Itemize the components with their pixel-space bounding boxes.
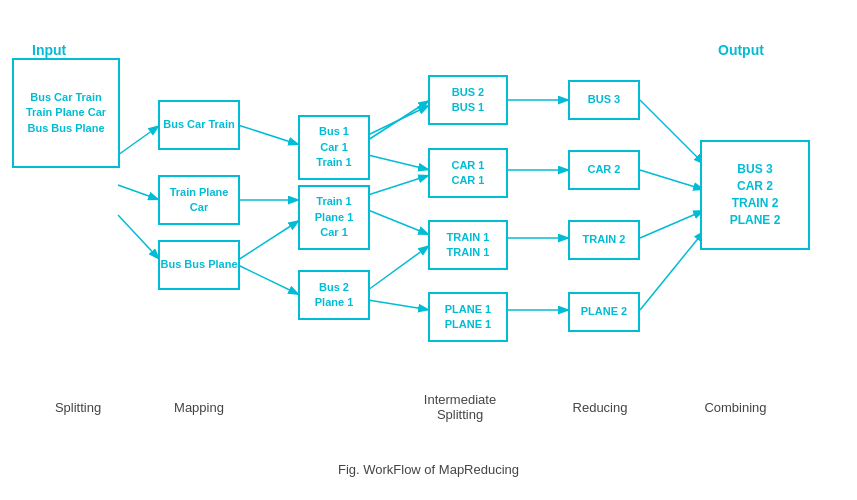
svg-line-6 — [238, 220, 300, 260]
map3-box: Bus Bus Plane — [158, 240, 240, 290]
inter1-box: BUS 2BUS 1 — [428, 75, 508, 125]
splitting-label: Splitting — [38, 400, 118, 415]
svg-line-9 — [368, 155, 430, 170]
svg-line-14 — [368, 100, 430, 140]
output-box: BUS 3CAR 2TRAIN 2PLANE 2 — [700, 140, 810, 250]
svg-line-3 — [118, 215, 160, 260]
combining-label: Combining — [688, 400, 783, 415]
svg-line-1 — [118, 125, 160, 155]
input-label: Input — [32, 42, 66, 58]
reduce4-box: PLANE 2 — [568, 292, 640, 332]
svg-line-21 — [640, 210, 705, 238]
svg-line-12 — [368, 245, 430, 290]
inter4-box: PLANE 1PLANE 1 — [428, 292, 508, 342]
reducing-label: Reducing — [560, 400, 640, 415]
split1-box: Bus 1Car 1Train 1 — [298, 115, 370, 180]
reduce2-box: CAR 2 — [568, 150, 640, 190]
svg-line-8 — [368, 105, 430, 135]
inter3-box: TRAIN 1TRAIN 1 — [428, 220, 508, 270]
output-label: Output — [718, 42, 764, 58]
svg-line-2 — [118, 185, 160, 200]
reduce3-box: TRAIN 2 — [568, 220, 640, 260]
diagram: Input Bus Car TrainTrain Plane CarBus Bu… — [0, 0, 857, 460]
svg-line-11 — [368, 210, 430, 235]
map2-box: Train Plane Car — [158, 175, 240, 225]
svg-line-4 — [238, 125, 300, 145]
split2-box: Train 1Plane 1Car 1 — [298, 185, 370, 250]
input-box: Bus Car TrainTrain Plane CarBus Bus Plan… — [12, 58, 120, 168]
svg-line-20 — [640, 170, 705, 190]
split3-box: Bus 2Plane 1 — [298, 270, 370, 320]
svg-line-22 — [640, 230, 705, 310]
svg-line-19 — [640, 100, 705, 165]
inter2-box: CAR 1CAR 1 — [428, 148, 508, 198]
figure-caption: Fig. WorkFlow of MapReducing — [0, 462, 857, 477]
svg-line-7 — [238, 265, 300, 295]
svg-line-13 — [368, 300, 430, 310]
intermediate-splitting-label: IntermediateSplitting — [410, 392, 510, 422]
reduce1-box: BUS 3 — [568, 80, 640, 120]
svg-line-10 — [368, 175, 430, 195]
mapping-label: Mapping — [158, 400, 240, 415]
map1-box: Bus Car Train — [158, 100, 240, 150]
